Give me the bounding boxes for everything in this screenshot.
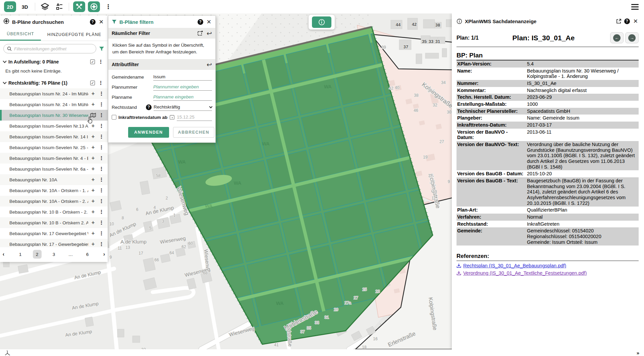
draw-extent-icon[interactable] [197, 30, 203, 36]
page-number[interactable]: 6 [83, 250, 92, 259]
group-checkbox[interactable]: ✓ [90, 59, 95, 64]
apply-button[interactable]: ANWENDEN [128, 127, 169, 138]
item-menu-icon[interactable]: ⋮ [98, 144, 105, 150]
add-plan-icon[interactable]: + [90, 177, 96, 183]
list-item[interactable]: Bebauungsplan Issum-Sevelen Nr. 14 Iss..… [0, 131, 108, 142]
list-item[interactable]: Bebauungsplan Issum Nr. 24 - Im Mühle...… [0, 99, 108, 110]
item-menu-icon[interactable]: ⋮ [98, 123, 105, 129]
download-icon[interactable] [457, 263, 461, 268]
item-menu-icon[interactable]: ⋮ [98, 209, 105, 215]
show-on-map-icon[interactable] [90, 113, 96, 118]
tab-added-plans[interactable]: HINZUGEFÜGTE PLÄNE [41, 28, 108, 41]
list-item[interactable]: Bebauungsplan Nr. 10 B - Ortskern - 2. Ä… [0, 207, 108, 217]
feature-info-button[interactable] [312, 16, 331, 28]
item-menu-icon[interactable]: ⋮ [98, 134, 105, 140]
item-menu-icon[interactable]: ⋮ [98, 155, 105, 161]
add-plan-icon[interactable]: + [90, 91, 96, 97]
add-plan-icon[interactable]: + [90, 230, 96, 236]
add-plan-icon[interactable]: + [90, 187, 96, 193]
list-item[interactable]: Bebauungsplan Nr. 17 Gewerbegebiet W...+… [0, 228, 108, 239]
reset-icon[interactable]: ↩ [207, 61, 212, 68]
reset-icon[interactable]: ↩ [207, 30, 212, 37]
attribute-label: Version des BauGB - Text: [457, 178, 526, 206]
add-plan-icon[interactable]: + [90, 209, 96, 215]
item-menu-icon[interactable]: ⋮ [98, 166, 105, 172]
date-checkbox[interactable] [112, 115, 116, 120]
page-number[interactable]: … [66, 250, 75, 259]
tools-icon[interactable] [73, 1, 85, 12]
date-input[interactable]: 15.12.25 [177, 114, 212, 121]
page-number[interactable]: 2 [33, 250, 42, 259]
list-item[interactable]: Bebauungsplan Issum-Sevelen Nr.13 Am ...… [0, 121, 108, 131]
view-2d-button[interactable]: 2D [4, 1, 16, 12]
page-next[interactable]: › [100, 250, 109, 259]
more-options-icon[interactable]: ⋮ [103, 1, 114, 12]
add-plan-icon[interactable]: + [90, 241, 96, 247]
close-icon[interactable]: ✕ [98, 18, 104, 26]
tab-overview[interactable]: ÜBERSICHT [0, 28, 41, 41]
page-number[interactable]: 3 [50, 250, 58, 259]
list-item[interactable]: Bebauungsplan Issum Nr. 24 - Im Mühle...… [0, 88, 108, 99]
add-plan-icon[interactable]: + [90, 134, 96, 140]
close-icon[interactable]: ✕ [633, 18, 639, 25]
layers-icon[interactable] [39, 1, 51, 12]
list-item[interactable]: Bebauungsplan Nr. 10A - Ortskern - 2. Ä.… [0, 196, 108, 207]
rechtsstand-select[interactable]: Rechtskräftig [154, 103, 212, 111]
reference-link[interactable]: Rechtsplan (IS_30_01_Ae_Bebauungsplan.pd… [463, 263, 566, 268]
item-menu-icon[interactable]: ⋮ [98, 198, 105, 204]
item-menu-icon[interactable]: ⋮ [98, 177, 105, 183]
list-item[interactable]: Bebauungsplan Issum-Sevelen Nr. 25 -A...… [0, 142, 108, 153]
gemeindename-input[interactable]: Issum [153, 73, 212, 81]
plannummer-input[interactable]: Plannummer eingeben [153, 83, 212, 91]
help-icon[interactable]: ? [624, 18, 630, 24]
add-plan-icon[interactable]: + [90, 155, 96, 161]
list-item[interactable]: Bebauungsplan Nr. 10A - Ortskern - 1. Ä.… [0, 185, 108, 196]
download-icon[interactable] [457, 271, 461, 275]
previous-plan-button[interactable]: ← [610, 32, 624, 43]
item-menu-icon[interactable]: ⋮ [98, 220, 105, 226]
add-plan-icon[interactable]: + [90, 220, 96, 226]
item-menu-icon[interactable]: ⋮ [98, 112, 105, 118]
list-item[interactable]: Bebauungsplan Nr. 17 - Gewerbegebiet ...… [0, 239, 108, 247]
list-item[interactable]: Bebauungsplan Issum-Sevelen Nr. 4 - Er..… [0, 153, 108, 164]
add-plan-icon[interactable]: + [90, 166, 96, 172]
main-menu-icon[interactable] [630, 3, 640, 11]
compass-icon[interactable] [88, 1, 100, 12]
help-icon[interactable]: ? [90, 19, 96, 25]
help-icon[interactable]: ? [198, 19, 203, 25]
list-item[interactable]: Bebauungsplan Issum-Sevelen Nr. 6a - H..… [0, 164, 108, 174]
group-checkbox[interactable]: ✓ [90, 81, 95, 85]
add-plan-icon[interactable]: + [90, 198, 96, 204]
page-prev[interactable]: ‹ [0, 250, 8, 259]
item-menu-icon[interactable]: ⋮ [98, 230, 105, 236]
add-plan-icon[interactable]: + [90, 144, 96, 150]
reference-link[interactable]: Verordnung (IS_30_01_Ae_Textliche_Festse… [463, 270, 587, 276]
legend-icon[interactable] [53, 1, 65, 12]
collapse-footer-icon[interactable]: » [637, 350, 639, 355]
item-menu-icon[interactable]: ⋮ [98, 187, 105, 193]
planname-input[interactable]: Planname eingeben [153, 93, 212, 101]
filter-icon[interactable] [99, 46, 104, 51]
group-menu-icon[interactable]: ⋮ [97, 59, 104, 65]
group-in-aufstellung[interactable]: In Aufstellung: 0 Pläne ✓ ⋮ [0, 56, 108, 67]
add-plan-icon[interactable]: + [90, 123, 96, 129]
next-plan-button[interactable]: → [625, 32, 639, 43]
calendar-icon[interactable] [169, 115, 175, 120]
group-rechtskraeftig[interactable]: Rechtskräftig: 76 Pläne (1) ✓ ⋮ [0, 77, 108, 88]
item-menu-icon[interactable]: ⋮ [98, 241, 105, 247]
view-3d-button[interactable]: 3D [19, 1, 31, 12]
help-icon[interactable]: ? [146, 104, 152, 110]
open-external-icon[interactable] [616, 18, 622, 24]
close-icon[interactable]: ✕ [206, 18, 212, 26]
list-item[interactable]: Bebauungsplan Nr. 10A+⋮ [0, 174, 108, 185]
cancel-button[interactable]: ABBRECHEN [173, 127, 214, 138]
list-item-label: Bebauungsplan Nr. 10A - Ortskern - 2. Ä.… [9, 199, 88, 204]
list-item[interactable]: Bebauungsplan Nr. 10 B - Ortskern 2. Au.… [0, 217, 108, 228]
page-number[interactable]: 1 [16, 250, 25, 259]
item-menu-icon[interactable]: ⋮ [98, 101, 105, 107]
search-input[interactable]: Filtereinstellungen geöffnet [3, 44, 96, 53]
group-menu-icon[interactable]: ⋮ [97, 80, 104, 86]
add-plan-icon[interactable]: + [90, 101, 96, 107]
item-menu-icon[interactable]: ⋮ [98, 91, 105, 97]
list-item[interactable]: Bebauungsplan Issum Nr. 30 Wiesenweg ...… [0, 110, 108, 121]
